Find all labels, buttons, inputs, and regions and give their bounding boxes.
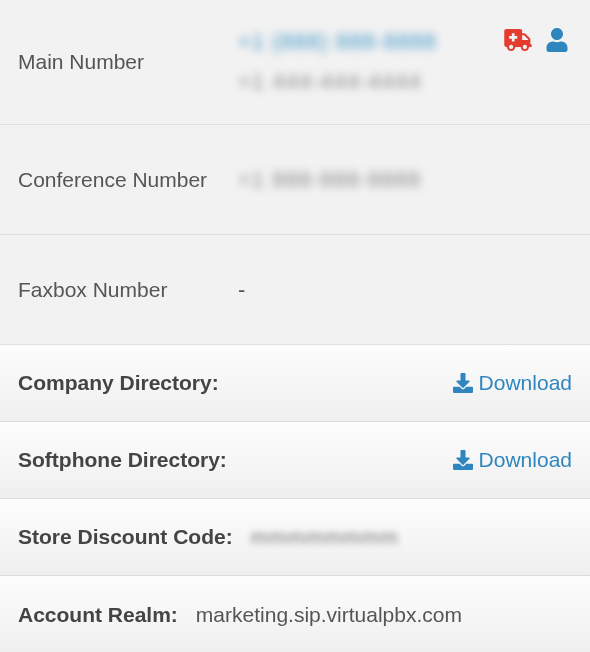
conference-number-value[interactable]: +1 888-888-8888 [238,167,421,193]
row-softphone-directory: Softphone Directory: Download [0,422,590,499]
main-number-secondary[interactable]: +1 444-444-4444 [238,69,437,95]
main-number-values: +1 (888) 888-8888 +1 444-444-4444 [238,29,437,95]
main-number-primary[interactable]: +1 (888) 888-8888 [238,29,437,55]
label-store-discount: Store Discount Code: [18,525,233,549]
main-number-icons [504,28,568,52]
label-softphone-directory: Softphone Directory: [18,448,453,472]
label-main-number: Main Number [18,50,238,74]
label-company-directory: Company Directory: [18,371,453,395]
row-store-discount: Store Discount Code: mmmmmmmm [0,499,590,576]
user-icon[interactable] [546,28,568,52]
download-softphone-directory[interactable]: Download [453,448,572,472]
label-faxbox-number: Faxbox Number [18,278,238,302]
row-main-number: Main Number +1 (888) 888-8888 +1 444-444… [0,0,590,125]
conference-number-values: +1 888-888-8888 [238,167,421,193]
account-realm-value: marketing.sip.virtualpbx.com [196,603,462,627]
download-company-directory[interactable]: Download [453,371,572,395]
row-company-directory: Company Directory: Download [0,345,590,422]
store-discount-value: mmmmmmmm [251,525,399,549]
row-faxbox-number: Faxbox Number - [0,235,590,345]
download-icon [453,373,473,393]
download-softphone-directory-label: Download [479,448,572,472]
faxbox-number-values: - [238,277,245,303]
download-company-directory-label: Download [479,371,572,395]
label-conference-number: Conference Number [18,168,238,192]
ambulance-icon[interactable] [504,29,532,51]
download-icon [453,450,473,470]
row-conference-number: Conference Number +1 888-888-8888 [0,125,590,235]
faxbox-number-value: - [238,277,245,303]
label-account-realm: Account Realm: [18,603,178,627]
row-account-realm: Account Realm: marketing.sip.virtualpbx.… [0,576,590,652]
